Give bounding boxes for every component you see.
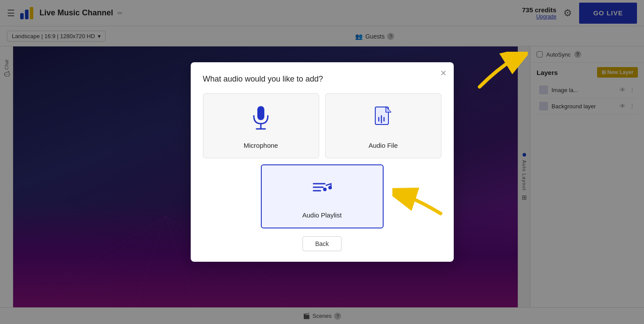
audio-file-option[interactable]: Audio File [325,93,441,158]
audio-modal: What audio would you like to add? ✕ Micr… [191,62,454,262]
microphone-icon [250,106,271,135]
audio-playlist-option[interactable]: Audio Playlist [261,164,384,228]
audio-file-icon [373,106,394,135]
arrow-new-layer [471,52,528,96]
microphone-label: Microphone [244,142,278,149]
svg-rect-11 [257,106,264,120]
modal-title: What audio would you like to add? [203,75,441,84]
audio-playlist-label: Audio Playlist [302,211,342,219]
modal-overlay: What audio would you like to add? ✕ Micr… [0,0,644,324]
svg-point-22 [328,186,332,189]
modal-options-grid: Microphone Audio File [203,93,441,158]
microphone-option[interactable]: Microphone [203,93,319,158]
back-button[interactable]: Back [302,236,342,251]
svg-point-21 [323,188,327,191]
playlist-icon [311,178,334,204]
audio-file-label: Audio File [369,142,398,149]
modal-close-button[interactable]: ✕ [440,68,447,78]
